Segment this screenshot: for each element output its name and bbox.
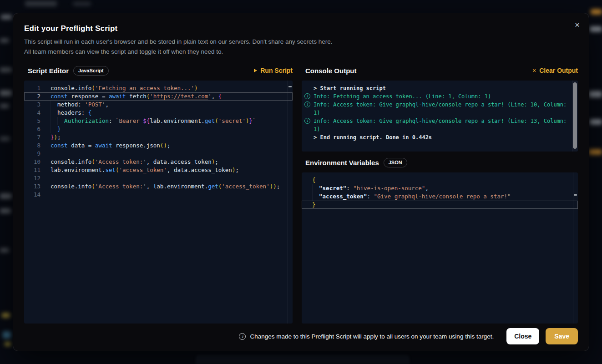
close-button[interactable]: Close — [506, 328, 539, 344]
code-line: 9 — [24, 150, 293, 158]
line-number: 12 — [24, 174, 40, 182]
console-output[interactable]: > Start running scriptiInfo: Fetching an… — [302, 81, 578, 152]
line-number: 9 — [24, 150, 40, 158]
code-line: 12 — [24, 174, 293, 182]
code-line: 1console.info('Fetching an access token.… — [24, 84, 293, 92]
save-button[interactable]: Save — [546, 328, 578, 344]
console-line: > End running script. Done in 0.442s — [304, 133, 572, 142]
script-editor[interactable]: 1console.info('Fetching an access token.… — [24, 81, 293, 324]
modal-close-icon[interactable]: × — [575, 20, 580, 29]
line-number: 11 — [24, 166, 40, 174]
code-line: 14 — [24, 191, 293, 199]
line-number: 8 — [24, 142, 40, 150]
line-number: 2 — [24, 92, 40, 101]
play-icon — [254, 69, 257, 72]
console-divider — [314, 144, 566, 144]
modal-description-line1: This script will run in each user's brow… — [24, 37, 578, 47]
info-icon: i — [239, 333, 246, 340]
line-number: 1 — [24, 84, 40, 92]
clear-output-label: Clear Output — [539, 67, 578, 74]
line-number: 14 — [24, 191, 40, 199]
code-line: 3 method: 'POST', — [24, 101, 293, 109]
run-script-label: Run Script — [260, 67, 293, 74]
code-line: 2const response = await fetch('https://t… — [24, 92, 293, 101]
console-line: iInfo: Access token: Give graphql-hive/c… — [304, 117, 572, 133]
console-line: iInfo: Access token: Give graphql-hive/c… — [304, 101, 572, 117]
line-number: 13 — [24, 182, 40, 191]
json-badge: JSON — [384, 158, 407, 167]
console-output-title: Console Output — [305, 67, 357, 75]
info-circle-icon: i — [304, 93, 310, 99]
preflight-script-modal: × Edit your Preflight Script This script… — [13, 13, 589, 351]
modal-title: Edit your Preflight Script — [24, 24, 578, 33]
modal-description-line2: All team members can view the script and… — [24, 47, 578, 57]
script-editor-title: Script Editor — [28, 67, 69, 75]
env-variables-editor[interactable]: { "secret": "hive-is-open-source", "acce… — [302, 172, 578, 324]
line-number: 5 — [24, 117, 40, 125]
language-badge: JavaScript — [73, 66, 109, 76]
info-circle-icon: i — [304, 101, 310, 107]
code-line: "secret": "hive-is-open-source", — [302, 184, 578, 192]
run-script-button[interactable]: Run Script — [254, 67, 293, 74]
code-line: 5 Authorization: `Bearer ${lab.environme… — [24, 117, 293, 125]
code-line: } — [302, 201, 578, 209]
line-number: 10 — [24, 158, 40, 166]
code-line: "access_token": "Give graphql-hive/conso… — [302, 192, 578, 201]
code-line: 8const data = await response.json(); — [24, 142, 293, 150]
console-scrollbar-thumb[interactable] — [573, 82, 577, 149]
line-number: 7 — [24, 133, 40, 142]
code-line: 4 headers: { — [24, 109, 293, 117]
line-number: 4 — [24, 109, 40, 117]
info-circle-icon: i — [304, 118, 310, 124]
console-line: > Start running script — [304, 84, 572, 92]
line-number: 6 — [24, 125, 40, 133]
code-line: 7}); — [24, 133, 293, 142]
code-line: 11lab.environment.set('access_token', da… — [24, 166, 293, 174]
footer-notice: i Changes made to this Preflight Script … — [239, 333, 494, 340]
environment-variables-title: Environment Variables — [305, 159, 379, 167]
clear-icon: × — [532, 67, 536, 74]
code-line: 10console.info('Access token:', data.acc… — [24, 158, 293, 166]
code-line: 6 } — [24, 125, 293, 133]
code-line: { — [302, 176, 578, 184]
line-number: 3 — [24, 101, 40, 109]
console-line: iInfo: Fetching an access token... (Line… — [304, 92, 572, 101]
footer-notice-text: Changes made to this Preflight Script wi… — [250, 333, 494, 340]
code-line: 13console.info('Access token:', lab.envi… — [24, 182, 293, 191]
clear-output-button[interactable]: × Clear Output — [532, 67, 578, 74]
